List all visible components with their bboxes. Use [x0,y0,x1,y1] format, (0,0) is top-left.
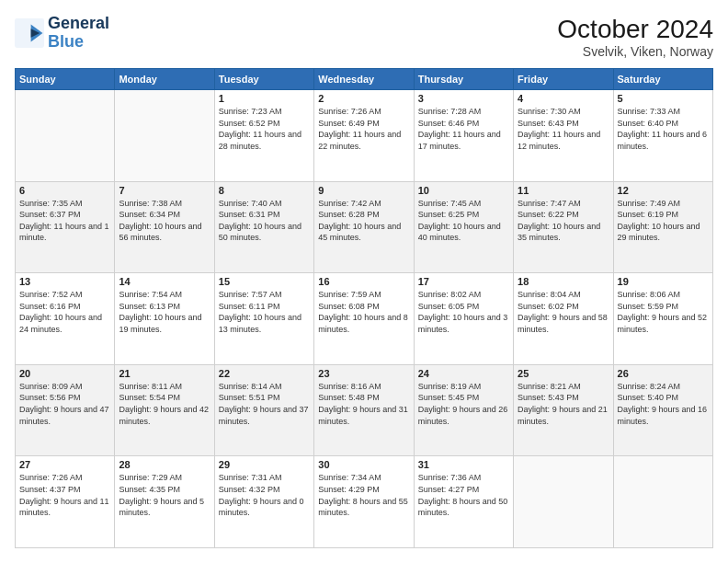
day-info: Sunrise: 8:16 AMSunset: 5:48 PMDaylight:… [318,381,409,427]
sunrise-text: Sunrise: 7:47 AM [518,199,581,208]
day-number: 31 [418,459,509,470]
day-number: 16 [318,276,409,287]
day-info: Sunrise: 7:54 AMSunset: 6:13 PMDaylight:… [119,289,210,335]
sunrise-text: Sunrise: 7:31 AM [219,473,282,482]
daylight-text: Daylight: 8 hours and 55 minutes. [318,497,408,518]
calendar-cell: 24Sunrise: 8:19 AMSunset: 5:45 PMDayligh… [414,364,513,456]
day-number: 13 [19,276,110,287]
day-number: 2 [318,93,409,104]
daylight-text: Daylight: 11 hours and 17 minutes. [418,130,501,151]
day-info: Sunrise: 8:24 AMSunset: 5:40 PMDaylight:… [618,381,709,427]
day-info: Sunrise: 7:29 AMSunset: 4:35 PMDaylight:… [119,472,210,518]
sunrise-text: Sunrise: 8:04 AM [518,290,581,299]
calendar-cell: 11Sunrise: 7:47 AMSunset: 6:22 PMDayligh… [514,181,613,273]
sunset-text: Sunset: 6:13 PM [119,302,180,311]
calendar-table: SundayMondayTuesdayWednesdayThursdayFrid… [15,68,713,548]
daylight-text: Daylight: 8 hours and 50 minutes. [418,497,508,518]
day-number: 5 [618,93,709,104]
calendar-cell: 8Sunrise: 7:40 AMSunset: 6:31 PMDaylight… [214,181,313,273]
calendar-cell: 30Sunrise: 7:34 AMSunset: 4:29 PMDayligh… [314,456,414,548]
calendar-cell: 18Sunrise: 8:04 AMSunset: 6:02 PMDayligh… [514,273,613,365]
day-number: 25 [518,368,609,379]
calendar-cell: 4Sunrise: 7:30 AMSunset: 6:43 PMDaylight… [514,90,613,182]
day-info: Sunrise: 8:14 AMSunset: 5:51 PMDaylight:… [219,381,310,427]
daylight-text: Daylight: 10 hours and 45 minutes. [318,222,401,243]
day-number: 6 [19,185,110,196]
day-info: Sunrise: 7:26 AMSunset: 4:37 PMDaylight:… [19,472,110,518]
calendar-cell: 25Sunrise: 8:21 AMSunset: 5:43 PMDayligh… [514,364,613,456]
day-info: Sunrise: 7:23 AMSunset: 6:52 PMDaylight:… [219,106,310,152]
day-number: 10 [418,185,509,196]
daylight-text: Daylight: 10 hours and 40 minutes. [418,222,501,243]
sunset-text: Sunset: 6:25 PM [418,210,480,219]
calendar-week-1: 1Sunrise: 7:23 AMSunset: 6:52 PMDaylight… [16,90,713,182]
day-number: 23 [318,368,409,379]
daylight-text: Daylight: 11 hours and 12 minutes. [518,130,600,151]
calendar-cell: 13Sunrise: 7:52 AMSunset: 6:16 PMDayligh… [16,273,115,365]
daylight-text: Daylight: 9 hours and 26 minutes. [418,405,508,426]
day-number: 30 [318,459,409,470]
day-number: 26 [618,368,709,379]
day-number: 28 [119,459,210,470]
sunrise-text: Sunrise: 7:23 AM [219,107,282,116]
weekday-header-monday: Monday [115,69,214,90]
daylight-text: Daylight: 11 hours and 6 minutes. [618,130,708,151]
logo-text: General Blue [48,15,109,52]
day-info: Sunrise: 7:35 AMSunset: 6:37 PMDaylight:… [19,198,110,244]
sunrise-text: Sunrise: 7:52 AM [19,290,83,299]
daylight-text: Daylight: 10 hours and 50 minutes. [219,222,301,243]
day-info: Sunrise: 7:47 AMSunset: 6:22 PMDaylight:… [518,198,609,244]
calendar-cell: 27Sunrise: 7:26 AMSunset: 4:37 PMDayligh… [16,456,115,548]
day-info: Sunrise: 8:06 AMSunset: 5:59 PMDaylight:… [618,289,709,335]
calendar-cell: 23Sunrise: 8:16 AMSunset: 5:48 PMDayligh… [314,364,414,456]
sunrise-text: Sunrise: 8:19 AM [418,382,482,391]
daylight-text: Daylight: 9 hours and 16 minutes. [618,405,708,426]
day-info: Sunrise: 8:04 AMSunset: 6:02 PMDaylight:… [518,289,609,335]
calendar-cell: 20Sunrise: 8:09 AMSunset: 5:56 PMDayligh… [16,364,115,456]
sunrise-text: Sunrise: 8:02 AM [418,290,482,299]
daylight-text: Daylight: 10 hours and 29 minutes. [618,222,700,243]
day-info: Sunrise: 7:57 AMSunset: 6:11 PMDaylight:… [219,289,310,335]
day-number: 27 [19,459,110,470]
day-number: 12 [618,185,709,196]
calendar-cell: 1Sunrise: 7:23 AMSunset: 6:52 PMDaylight… [214,90,313,182]
day-number: 22 [219,368,310,379]
calendar-cell: 7Sunrise: 7:38 AMSunset: 6:34 PMDaylight… [115,181,214,273]
logo-line1: General [48,15,109,33]
day-number: 11 [518,185,609,196]
day-info: Sunrise: 7:40 AMSunset: 6:31 PMDaylight:… [219,198,310,244]
sunrise-text: Sunrise: 7:45 AM [418,199,482,208]
calendar-cell: 28Sunrise: 7:29 AMSunset: 4:35 PMDayligh… [115,456,214,548]
sunset-text: Sunset: 4:35 PM [119,485,180,494]
calendar-week-3: 13Sunrise: 7:52 AMSunset: 6:16 PMDayligh… [16,273,713,365]
daylight-text: Daylight: 10 hours and 3 minutes. [418,313,508,334]
weekday-header-sunday: Sunday [16,69,115,90]
day-number: 14 [119,276,210,287]
sunset-text: Sunset: 5:54 PM [119,393,180,402]
daylight-text: Daylight: 9 hours and 37 minutes. [219,405,309,426]
calendar-cell [16,90,115,182]
calendar-cell: 6Sunrise: 7:35 AMSunset: 6:37 PMDaylight… [16,181,115,273]
daylight-text: Daylight: 9 hours and 47 minutes. [19,405,109,426]
sunrise-text: Sunrise: 7:28 AM [418,107,482,116]
calendar-subtitle: Svelvik, Viken, Norway [557,44,713,59]
day-info: Sunrise: 7:28 AMSunset: 6:46 PMDaylight:… [418,106,509,152]
day-info: Sunrise: 8:02 AMSunset: 6:05 PMDaylight:… [418,289,509,335]
day-number: 7 [119,185,210,196]
day-info: Sunrise: 7:31 AMSunset: 4:32 PMDaylight:… [219,472,310,518]
sunset-text: Sunset: 4:29 PM [318,485,380,494]
day-number: 4 [518,93,609,104]
day-number: 8 [219,185,310,196]
sunrise-text: Sunrise: 7:38 AM [119,199,182,208]
sunset-text: Sunset: 6:43 PM [518,119,579,128]
sunrise-text: Sunrise: 7:42 AM [318,199,381,208]
day-info: Sunrise: 7:30 AMSunset: 6:43 PMDaylight:… [518,106,609,152]
sunrise-text: Sunrise: 7:33 AM [618,107,681,116]
sunset-text: Sunset: 6:11 PM [219,302,280,311]
calendar-cell: 3Sunrise: 7:28 AMSunset: 6:46 PMDaylight… [414,90,513,182]
sunset-text: Sunset: 5:40 PM [618,393,679,402]
sunrise-text: Sunrise: 7:36 AM [418,473,482,482]
sunset-text: Sunset: 6:31 PM [219,210,280,219]
calendar-cell: 2Sunrise: 7:26 AMSunset: 6:49 PMDaylight… [314,90,414,182]
sunset-text: Sunset: 5:43 PM [518,393,579,402]
